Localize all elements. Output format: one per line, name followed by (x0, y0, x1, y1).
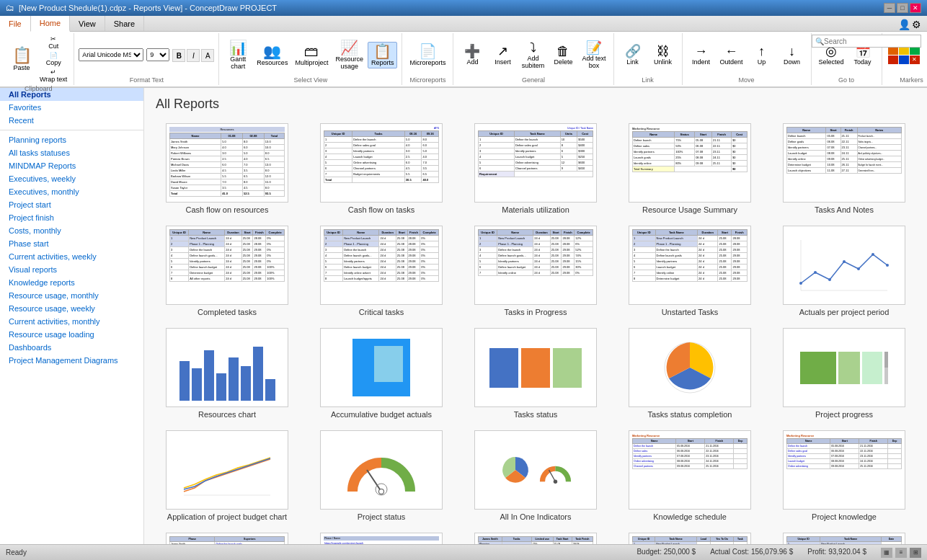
cut-button[interactable]: ✂ Cut (37, 35, 69, 50)
microreports-button[interactable]: 📄 Microreports (407, 43, 448, 68)
copy-button[interactable]: 📄 Copy (37, 51, 69, 67)
sidebar-item-exec-weekly[interactable]: Executives, weekly (0, 172, 143, 185)
report-thumbnail-17[interactable] (320, 430, 443, 510)
report-card-6[interactable]: Unique IDNameDurationStartFinishComplete… (156, 226, 298, 316)
paste-button[interactable]: 📋 Paste (7, 46, 36, 73)
sidebar-item-knowledge[interactable]: Knowledge reports (0, 276, 143, 289)
close-button[interactable]: ✕ (910, 3, 921, 13)
view-mode-icon-2[interactable]: ≡ (895, 548, 907, 558)
sidebar-item-current-monthly[interactable]: Current activities, monthly (0, 315, 143, 328)
report-card-22[interactable]: Phase / Name https://example.com/project… (310, 533, 453, 544)
report-thumbnail-9[interactable]: Unique IDTask NameDurationStartFinish 1N… (629, 226, 751, 305)
report-card-25[interactable]: Unique IDTask NameDate 1New Product Laun… (773, 533, 915, 544)
tab-file[interactable]: File (0, 16, 31, 32)
report-card-1[interactable]: Resources Name01.0802.08Total James Smit… (156, 123, 298, 214)
report-thumbnail-6[interactable]: Unique IDNameDurationStartFinishComplete… (166, 226, 288, 305)
outdent-button[interactable]: ← Outdent (717, 43, 746, 67)
sidebar-item-resource-monthly[interactable]: Resource usage, monthly (0, 289, 143, 302)
report-card-9[interactable]: Unique IDTask NameDurationStartFinish 1N… (618, 226, 761, 316)
minimize-button[interactable]: ─ (884, 3, 895, 13)
multiproject-button[interactable]: 🗃 Multiproject (292, 43, 331, 68)
up-button[interactable]: ↑ Up (748, 43, 776, 67)
tab-view[interactable]: View (70, 16, 105, 31)
sidebar-item-project-start[interactable]: Project start (0, 198, 143, 211)
search-input[interactable] (824, 37, 918, 45)
settings-icon[interactable]: ⚙ (912, 19, 921, 30)
resource-usage-button[interactable]: 📈 Resourceusage (332, 39, 366, 71)
sidebar-item-resource-weekly[interactable]: Resource usage, weekly (0, 302, 143, 315)
link-button[interactable]: 🔗 Link (618, 43, 647, 67)
report-card-19[interactable]: Marketing Resource NameStartFinishDep De… (618, 430, 761, 521)
report-card-7[interactable]: Unique IDNameDurationStartFinishComplete… (310, 226, 453, 316)
report-thumbnail-25[interactable]: Unique IDTask NameDate 1New Product Laun… (783, 533, 905, 544)
report-thumbnail-11[interactable] (166, 328, 288, 407)
add-text-box-button[interactable]: 📝 Add textbox (579, 40, 608, 71)
report-card-17[interactable]: Project status (310, 430, 453, 521)
report-thumbnail-2[interactable]: AFN Unique IDTasks08.1609.16 1Define the… (320, 123, 443, 203)
sidebar-item-costs-monthly[interactable]: Costs, monthly (0, 224, 143, 237)
report-card-24[interactable]: Unique IDTask NameLoadYes To DoTask 1New… (618, 533, 761, 544)
maximize-button[interactable]: □ (897, 3, 908, 13)
sidebar-item-exec-monthly[interactable]: Executives, monthly (0, 185, 143, 198)
wrap-text-button[interactable]: ↵ Wrap text (37, 68, 69, 84)
sidebar-item-current-weekly[interactable]: Current activities, weekly (0, 250, 143, 263)
sidebar-item-dashboards[interactable]: Dashboards (0, 341, 143, 354)
report-thumbnail-19[interactable]: Marketing Resource NameStartFinishDep De… (629, 430, 751, 510)
marker-clear[interactable]: ✕ (910, 55, 920, 64)
sidebar-item-all-tasks[interactable]: All tasks statuses (0, 146, 143, 159)
report-card-4[interactable]: Marketing Resource NameStatusStartFinish… (618, 123, 761, 214)
report-card-23[interactable]: James SmithTasksLimited useTask StartTas… (464, 533, 607, 544)
report-thumbnail-18[interactable] (474, 430, 597, 510)
indent-button[interactable]: → Indent (687, 43, 716, 67)
tab-share[interactable]: Share (105, 16, 144, 31)
report-card-3[interactable]: Unique ID / Task Name Unique IDTask Name… (464, 123, 607, 214)
font-size-select[interactable]: 9 (146, 48, 169, 61)
unlink-button[interactable]: ⛓ Unlink (649, 43, 678, 67)
report-card-10[interactable]: Actuals per project period (773, 226, 915, 316)
sidebar-item-visual[interactable]: Visual reports (0, 263, 143, 276)
insert-button[interactable]: ↗ Insert (488, 43, 517, 67)
sidebar-item-favorites[interactable]: Favorites (0, 101, 143, 114)
view-mode-icon-1[interactable]: ▦ (881, 548, 892, 558)
bold-button[interactable]: B (172, 49, 185, 62)
report-card-2[interactable]: AFN Unique IDTasks08.1609.16 1Define the… (310, 123, 453, 214)
reports-button[interactable]: 📋 Reports (368, 42, 398, 68)
report-thumbnail-7[interactable]: Unique IDNameDurationStartFinishComplete… (320, 226, 443, 305)
add-button[interactable]: ➕ Add (458, 43, 487, 67)
report-thumbnail-5[interactable]: NameStartFinishNotes Define launch05.082… (783, 123, 905, 203)
report-card-15[interactable]: Project progress (773, 328, 915, 419)
view-mode-icon-3[interactable]: ⊞ (910, 548, 921, 558)
report-thumbnail-23[interactable]: James SmithTasksLimited useTask StartTas… (474, 533, 597, 544)
gantt-chart-button[interactable]: 📊 Ganttchart (223, 39, 252, 71)
down-button[interactable]: ↓ Down (778, 43, 807, 67)
report-card-20[interactable]: Marketing Resource NameStartFinishDep De… (773, 430, 915, 521)
report-card-5[interactable]: NameStartFinishNotes Define launch05.082… (773, 123, 915, 214)
sidebar-item-recent[interactable]: Recent (0, 114, 143, 127)
report-thumbnail-1[interactable]: Resources Name01.0802.08Total James Smit… (166, 123, 288, 203)
marker-blue[interactable] (899, 55, 909, 64)
italic-button[interactable]: I (187, 49, 200, 62)
user-icon[interactable]: 👤 (898, 19, 910, 30)
sidebar-item-phase-start[interactable]: Phase start (0, 237, 143, 250)
sidebar-item-mindmap[interactable]: MINDMAP Reports (0, 159, 143, 172)
report-card-8[interactable]: Unique IDNameDurationStartFinishComplete… (464, 226, 607, 316)
font-color-button[interactable]: A (201, 49, 214, 62)
report-thumbnail-4[interactable]: Marketing Resource NameStatusStartFinish… (629, 123, 751, 203)
add-subitem-button[interactable]: ⤵ Addsubitem (518, 40, 547, 71)
report-thumbnail-12[interactable] (320, 328, 443, 407)
report-thumbnail-3[interactable]: Unique ID / Task Name Unique IDTask Name… (474, 123, 597, 203)
sidebar-item-planning-reports[interactable]: Planning reports (0, 133, 143, 146)
report-thumbnail-20[interactable]: Marketing Resource NameStartFinishDep De… (783, 430, 905, 510)
sidebar-item-resource-loading[interactable]: Resource usage loading (0, 328, 143, 341)
report-card-12[interactable]: Accumulative budget actuals (310, 328, 453, 419)
sidebar-item-project-finish[interactable]: Project finish (0, 211, 143, 224)
sidebar-item-all-reports[interactable]: All Reports (0, 88, 143, 101)
report-card-13[interactable]: Tasks status (464, 328, 607, 419)
report-card-14[interactable]: Tasks status completion (618, 328, 761, 419)
font-family-select[interactable]: Arial Unicode MS (79, 48, 143, 61)
tab-home[interactable]: Home (31, 16, 70, 32)
report-thumbnail-8[interactable]: Unique IDNameDurationStartFinishComplete… (474, 226, 597, 305)
report-thumbnail-16[interactable] (166, 430, 288, 510)
report-thumbnail-13[interactable] (474, 328, 597, 407)
marker-red[interactable] (888, 55, 898, 64)
